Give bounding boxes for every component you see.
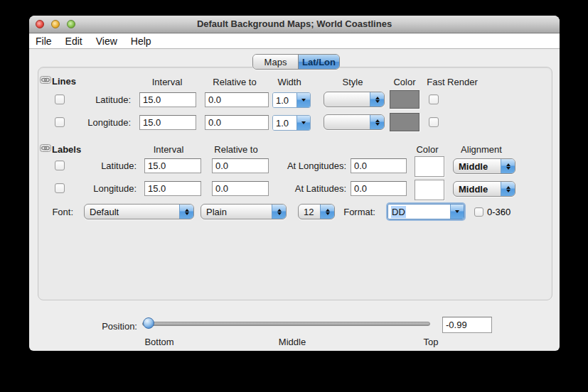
labels-latitude-at-label: At Longitudes: [264,160,346,171]
position-label: Position: [72,321,137,332]
lines-header-color: Color [393,77,415,87]
font-style-value: Plain [201,207,272,217]
stepper-arrows-icon [370,115,384,129]
lines-header-fast-render: Fast Render [427,77,478,87]
slider-tick-bottom: Bottom [144,337,173,347]
lines-latitude-label: Latitude: [72,94,131,105]
range-0-360-label: 0-360 [487,207,511,217]
stepper-arrows-icon [320,205,334,219]
labels-longitude-checkbox[interactable] [55,183,65,193]
menu-help[interactable]: Help [131,36,151,47]
app-window: Default Background Maps; World Coastline… [29,16,560,351]
lines-longitude-width-value: 1.0 [273,116,296,130]
labels-longitude-alignment-value: Middle [454,184,501,195]
chevron-down-icon[interactable] [296,116,310,130]
labels-latitude-alignment-value: Middle [454,161,501,172]
menu-view[interactable]: View [96,36,117,47]
link-icon[interactable] [40,144,51,152]
labels-longitude-color-swatch[interactable] [415,180,444,200]
chevron-down-icon[interactable] [296,93,310,107]
lines-longitude-color-swatch[interactable] [390,113,419,131]
labels-longitude-interval-field[interactable] [144,181,201,196]
link-icon[interactable] [40,76,51,84]
labels-longitude-label: Longitude: [72,183,137,194]
menu-edit[interactable]: Edit [65,36,82,47]
lines-longitude-label: Longitude: [72,117,131,128]
lines-latitude-relative-field[interactable] [205,92,269,107]
labels-latitude-label: Latitude: [72,160,137,171]
labels-header-interval: Interval [154,144,184,155]
lines-latitude-width-combo[interactable]: 1.0 [272,92,311,108]
lines-longitude-checkbox[interactable] [55,117,65,127]
lines-header-interval: Interval [152,77,183,87]
labels-longitude-at-field[interactable] [351,181,407,196]
slider-tick-middle: Middle [279,337,306,347]
font-style-select[interactable]: Plain [201,204,287,219]
lines-longitude-width-combo[interactable]: 1.0 [272,115,311,131]
chevron-down-icon[interactable] [450,205,464,219]
labels-latitude-relative-field[interactable] [212,158,269,173]
lines-latitude-checkbox[interactable] [55,94,65,104]
labels-longitude-relative-field[interactable] [212,181,269,196]
labels-latitude-at-field[interactable] [351,158,407,173]
position-slider-thumb[interactable] [143,317,154,329]
format-value: DD [391,206,406,218]
lines-latitude-color-swatch[interactable] [390,90,419,109]
tab-maps[interactable]: Maps [253,55,299,69]
labels-latitude-interval-field[interactable] [144,158,201,173]
slider-tick-top: Top [424,337,439,347]
lines-latitude-interval-field[interactable] [139,92,196,107]
labels-longitude-alignment-select[interactable]: Middle [453,181,515,197]
format-label: Format: [338,207,375,217]
lines-latitude-width-value: 1.0 [273,93,296,107]
lines-longitude-interval-field[interactable] [139,115,196,130]
lines-longitude-relative-field[interactable] [205,115,269,130]
lines-section-title: Lines [52,76,76,87]
labels-longitude-at-label: At Latitudes: [264,183,346,194]
font-family-select[interactable]: Default [84,204,194,219]
font-size-value: 12 [299,207,320,217]
lines-header-style: Style [343,77,363,87]
labels-latitude-alignment-select[interactable]: Middle [453,158,515,174]
font-family-value: Default [85,207,179,217]
lines-header-width: Width [277,77,301,87]
tab-latlon[interactable]: Lat/Lon [299,55,339,69]
labels-section-title: Labels [52,144,81,155]
lines-longitude-fast-render-checkbox[interactable] [429,117,439,127]
position-slider[interactable] [142,322,430,326]
menu-bar: File Edit View Help [29,34,560,49]
position-value-field[interactable] [442,317,492,333]
stepper-arrows-icon [179,205,193,219]
font-size-select[interactable]: 12 [298,204,335,219]
title-bar: Default Background Maps; World Coastline… [29,16,560,33]
labels-latitude-checkbox[interactable] [55,160,65,170]
font-label: Font: [43,207,73,217]
lines-header-relative-to: Relative to [213,77,256,87]
window-title: Default Background Maps; World Coastline… [29,18,560,29]
labels-header-relative-to: Relative to [214,144,257,155]
stepper-arrows-icon [272,205,286,219]
stepper-arrows-icon [501,182,515,196]
menu-file[interactable]: File [36,36,52,47]
labels-header-color: Color [416,144,438,155]
stepper-arrows-icon [370,92,384,107]
lines-latitude-style-select[interactable] [324,92,385,107]
tab-bar: Maps Lat/Lon [252,54,340,70]
lines-longitude-style-select[interactable] [324,114,385,130]
format-combo[interactable]: DD [387,204,464,219]
labels-header-alignment: Alignment [461,144,502,155]
range-0-360-checkbox[interactable] [474,207,483,217]
stepper-arrows-icon [501,159,515,173]
labels-latitude-color-swatch[interactable] [415,156,444,177]
lines-latitude-fast-render-checkbox[interactable] [429,94,439,104]
